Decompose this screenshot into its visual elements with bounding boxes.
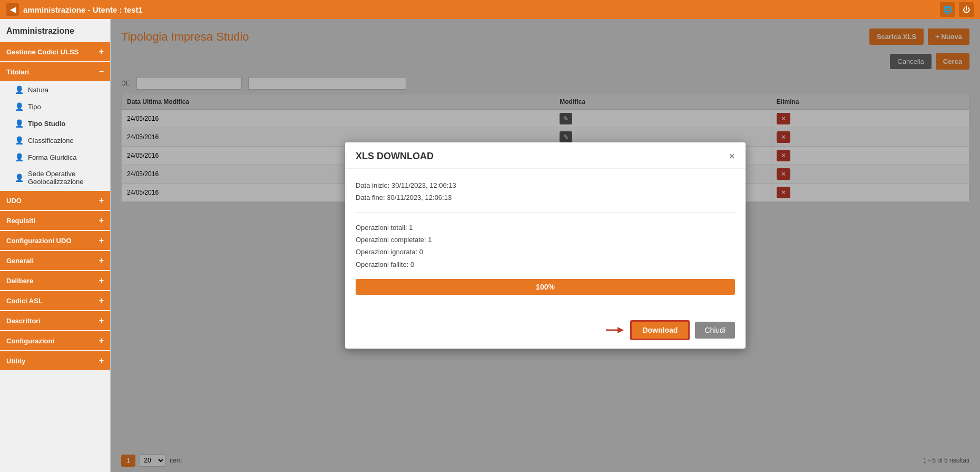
arrow-indicator xyxy=(606,325,625,335)
top-bar-left: ◀ amministrazione - Utente : test1 xyxy=(6,3,143,16)
expand-icon: + xyxy=(99,236,104,245)
op-fallite-label: Operazioni fallite: xyxy=(356,261,408,268)
sidebar-item-udo[interactable]: UDO + xyxy=(0,191,110,210)
sidebar-item-generali[interactable]: Generali + xyxy=(0,251,110,270)
sidebar-item-label: Tipo Studio xyxy=(28,120,65,128)
op-fallite-row: Operazioni fallite: 0 xyxy=(356,258,735,271)
modal-info: Data inizio: 30/11/2023, 12:06:13 Data f… xyxy=(356,179,735,204)
modal-divider xyxy=(356,213,735,213)
op-completate-val: 1 xyxy=(428,236,432,244)
sidebar-item-gestione-codici-ulss[interactable]: Gestione Codici ULSS + xyxy=(0,42,110,61)
op-completate-label: Operazioni completate: xyxy=(356,236,426,244)
data-inizio-label: Data inizio: xyxy=(356,181,389,189)
data-fine-label: Data fine: xyxy=(356,194,385,201)
back-icon[interactable]: ◀ xyxy=(6,3,19,16)
sidebar-item-configurazioni[interactable]: Configurazioni + xyxy=(0,331,110,350)
op-totali-label: Operazioni totali: xyxy=(356,224,407,232)
svg-marker-1 xyxy=(618,327,624,333)
chiudi-button[interactable]: Chiudi xyxy=(695,322,735,339)
sidebar-item-tipo-studio[interactable]: 👤 Tipo Studio xyxy=(0,115,110,132)
sidebar-item-label: Classificazione xyxy=(28,137,74,145)
sidebar-item-titolari[interactable]: Titolari − xyxy=(0,62,110,81)
modal-footer: Download Chiudi xyxy=(345,314,746,349)
data-inizio-val: 30/11/2023, 12:06:13 xyxy=(391,181,456,189)
top-bar-right: 🌐 ⏻ xyxy=(940,2,974,17)
op-ignorata-val: 0 xyxy=(419,248,423,256)
power-icon[interactable]: ⏻ xyxy=(959,2,974,17)
sidebar-item-delibere[interactable]: Delibere + xyxy=(0,271,110,290)
op-completate-row: Operazioni completate: 1 xyxy=(356,234,735,246)
sidebar-item-label: Sede Operative Geolocalizzazione xyxy=(28,170,104,186)
expand-icon: + xyxy=(99,216,104,225)
expand-icon: + xyxy=(99,356,104,365)
sidebar-group-label: Configurazioni xyxy=(6,337,54,345)
person-icon: 👤 xyxy=(15,102,24,111)
modal-title: XLS DOWNLOAD xyxy=(356,151,434,162)
sidebar-item-label: Forma Giuridica xyxy=(28,153,76,161)
person-icon: 👤 xyxy=(15,174,24,182)
sidebar-group-label: Descrittori xyxy=(6,317,41,325)
sidebar-item-requisiti[interactable]: Requisiti + xyxy=(0,211,110,230)
sidebar-item-configurazioni-udo[interactable]: Configurazioni UDO + xyxy=(0,231,110,250)
person-icon: 👤 xyxy=(15,119,24,128)
sidebar-item-natura[interactable]: 👤 Natura xyxy=(0,81,110,98)
person-icon: 👤 xyxy=(15,153,24,161)
modal-overlay: XLS DOWNLOAD × Data inizio: 30/11/2023, … xyxy=(111,19,980,472)
sidebar-item-forma-giuridica[interactable]: 👤 Forma Giuridica xyxy=(0,149,110,166)
modal-close-button[interactable]: × xyxy=(729,151,735,161)
data-inizio-row: Data inizio: 30/11/2023, 12:06:13 xyxy=(356,179,735,191)
sidebar-group-label: Configurazioni UDO xyxy=(6,237,72,245)
expand-icon: + xyxy=(99,256,104,265)
sidebar-group-label: Utility xyxy=(6,357,25,365)
expand-icon: + xyxy=(99,276,104,285)
sidebar-group-label: Requisiti xyxy=(6,217,35,225)
arrow-right-icon xyxy=(606,325,625,335)
expand-icon: + xyxy=(99,296,104,305)
expand-icon: + xyxy=(99,336,104,345)
sidebar-item-classificazione[interactable]: 👤 Classificazione xyxy=(0,132,110,149)
app-title: amministrazione - Utente : test1 xyxy=(23,5,143,14)
sidebar-item-sede-operative[interactable]: 👤 Sede Operative Geolocalizzazione xyxy=(0,166,110,190)
op-fallite-val: 0 xyxy=(410,261,414,268)
sidebar-group-label: UDO xyxy=(6,197,22,205)
data-fine-val: 30/11/2023, 12:06:13 xyxy=(387,194,452,201)
sidebar-item-codici-asl[interactable]: Codici ASL + xyxy=(0,291,110,310)
sidebar-group-label: Codici ASL xyxy=(6,297,43,305)
top-bar: ◀ amministrazione - Utente : test1 🌐 ⏻ xyxy=(0,0,980,19)
sidebar: Amministrazione Gestione Codici ULSS + T… xyxy=(0,19,111,472)
sidebar-item-label: Tipo xyxy=(28,103,41,111)
sidebar-item-utility[interactable]: Utility + xyxy=(0,351,110,370)
data-fine-row: Data fine: 30/11/2023, 12:06:13 xyxy=(356,191,735,204)
person-icon: 👤 xyxy=(15,85,24,94)
sidebar-group-label: Titolari xyxy=(6,68,29,76)
sidebar-item-label: Natura xyxy=(28,86,48,94)
progress-bar-container: 100% xyxy=(356,279,735,295)
sidebar-item-tipo[interactable]: 👤 Tipo xyxy=(0,98,110,115)
collapse-icon: − xyxy=(99,67,104,76)
main-layout: Amministrazione Gestione Codici ULSS + T… xyxy=(0,19,980,472)
sidebar-group-label: Generali xyxy=(6,257,34,265)
progress-bar: 100% xyxy=(356,279,735,295)
progress-label: 100% xyxy=(536,283,555,291)
op-totali-row: Operazioni totali: 1 xyxy=(356,221,735,234)
op-ignorata-row: Operazioni ignorata: 0 xyxy=(356,246,735,258)
sidebar-item-descrittori[interactable]: Descrittori + xyxy=(0,311,110,330)
sidebar-group-label: Delibere xyxy=(6,277,33,285)
expand-icon: + xyxy=(99,47,104,56)
expand-icon: + xyxy=(99,196,104,205)
expand-icon: + xyxy=(99,316,104,325)
modal-dialog: XLS DOWNLOAD × Data inizio: 30/11/2023, … xyxy=(345,142,746,349)
modal-header: XLS DOWNLOAD × xyxy=(345,142,746,169)
sidebar-group-label: Gestione Codici ULSS xyxy=(6,48,79,56)
op-totali-val: 1 xyxy=(409,224,413,232)
person-icon: 👤 xyxy=(15,136,24,145)
globe-icon[interactable]: 🌐 xyxy=(940,2,955,17)
content-area: Tipologia Impresa Studio Scarica XLS + N… xyxy=(111,19,980,472)
sidebar-title: Amministrazione xyxy=(0,19,110,41)
modal-stats: Operazioni totali: 1 Operazioni completa… xyxy=(356,221,735,271)
modal-body: Data inizio: 30/11/2023, 12:06:13 Data f… xyxy=(345,169,746,314)
op-ignorata-label: Operazioni ignorata: xyxy=(356,248,417,256)
download-button[interactable]: Download xyxy=(630,320,690,340)
